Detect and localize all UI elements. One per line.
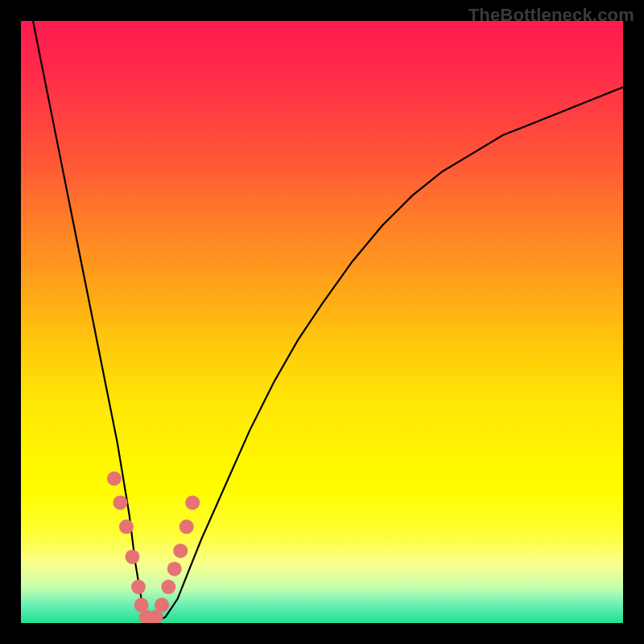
marker-group (107, 472, 200, 624)
plot-area (21, 21, 623, 623)
marker-dot (107, 472, 122, 486)
marker-dot (173, 543, 188, 558)
marker-dot (161, 580, 175, 594)
chart-frame: TheBottleneck.com (0, 0, 644, 644)
marker-dot (180, 519, 194, 534)
marker-dot (113, 495, 127, 510)
marker-dot (167, 562, 182, 576)
marker-dot (125, 550, 139, 564)
watermark-text: TheBottleneck.com (469, 5, 634, 26)
bottleneck-curve (33, 21, 623, 623)
curve-layer (21, 21, 623, 623)
marker-dot (131, 580, 146, 594)
marker-dot (119, 519, 134, 534)
marker-dot (185, 495, 200, 510)
marker-dot (155, 598, 169, 613)
